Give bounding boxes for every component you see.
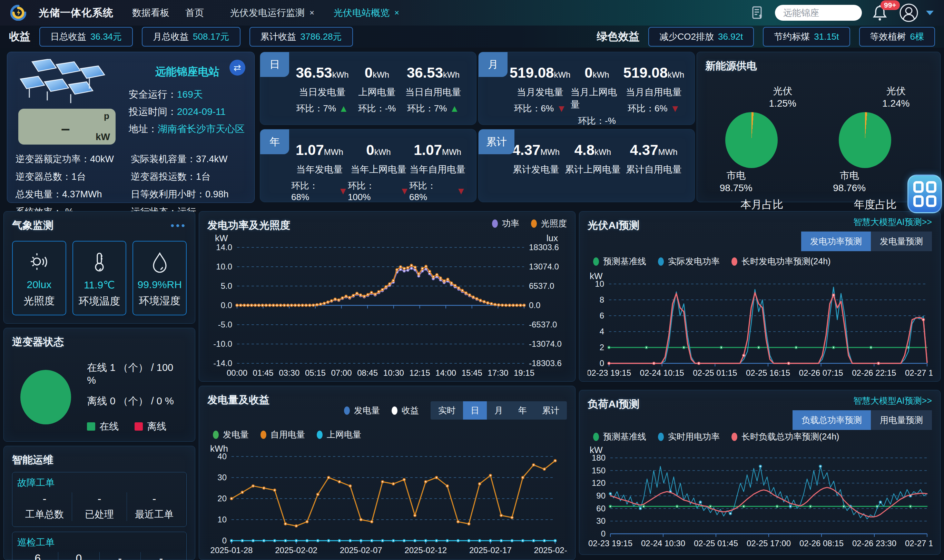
trend-down-icon: ▼ bbox=[456, 186, 466, 197]
station-name: 远能锦座电站 bbox=[129, 65, 246, 79]
station-info-row: 投运时间：2024-09-11 bbox=[129, 105, 246, 118]
metric-unit: kWh bbox=[554, 70, 570, 79]
range-tab-累计[interactable]: 累计 bbox=[535, 401, 567, 420]
legend-label: 预测基准线 bbox=[603, 256, 646, 267]
quick-nav-button[interactable] bbox=[907, 175, 942, 213]
nav-tab-0[interactable]: 光伏发电运行监测× bbox=[230, 6, 314, 19]
tab-close-icon[interactable]: × bbox=[394, 8, 399, 18]
trend-text: 环比：-% bbox=[358, 103, 396, 115]
forecast-button[interactable]: 用电量预测 bbox=[871, 410, 932, 430]
legend-item[interactable]: 上网电量 bbox=[317, 429, 361, 440]
app-logo-icon bbox=[10, 5, 26, 21]
revenue-pill-0[interactable]: 日总收益36.34元 bbox=[39, 27, 133, 46]
station-info-row: 安全运行：169天 bbox=[129, 88, 246, 101]
legend-item[interactable]: 功率 bbox=[492, 218, 519, 229]
metric-label: 上网电量 bbox=[358, 86, 396, 98]
svg-text:180: 180 bbox=[592, 454, 606, 462]
svg-text:02-25 17:00: 02-25 17:00 bbox=[747, 538, 791, 548]
svg-text:-18303.6: -18303.6 bbox=[529, 358, 562, 368]
legend-item[interactable]: 实时用电功率 bbox=[658, 431, 720, 442]
svg-text:18303.6: 18303.6 bbox=[529, 243, 559, 252]
legend-item[interactable]: 预测基准线 bbox=[593, 256, 646, 267]
legend-item[interactable]: 预测基准线 bbox=[593, 431, 646, 442]
card-metric: 4.37MWh累计自用电量 bbox=[626, 142, 682, 175]
pill-value: 31.15t bbox=[814, 31, 839, 42]
energy-card-year: 年1.07MWh当年发电量环比：68%▼0kWh当年上网电量环比：100%▼1.… bbox=[260, 129, 477, 202]
info-label: 地址： bbox=[129, 123, 158, 134]
range-tab-月[interactable]: 月 bbox=[487, 401, 510, 420]
green-benefit-label: 绿色效益 bbox=[597, 29, 640, 44]
metric-unit: kWh bbox=[373, 70, 389, 79]
nav-item-1[interactable]: 首页 bbox=[185, 6, 204, 19]
load-ai-legend: 预测基准线实时用电功率长时负载总功率预测(24h) bbox=[593, 431, 839, 442]
load-ai-buttons: 负载总功率预测用电量预测 bbox=[793, 410, 932, 430]
revenue-pill-2[interactable]: 累计收益3786.28元 bbox=[249, 27, 353, 46]
green-pill-0[interactable]: 减少CO2排放36.92t bbox=[648, 27, 754, 46]
legend-label: 光照度 bbox=[541, 218, 567, 229]
user-menu-caret-icon[interactable] bbox=[926, 11, 934, 15]
legend-label: 长时发电功率预测(24h) bbox=[741, 256, 830, 267]
lcd-value: – bbox=[61, 119, 70, 138]
svg-text:02-27 13:15: 02-27 13:15 bbox=[905, 368, 933, 377]
forecast-button[interactable]: 发电功率预测 bbox=[801, 232, 871, 251]
legend-label: 离线 bbox=[147, 420, 166, 433]
notifications[interactable]: 99+ bbox=[872, 4, 890, 22]
card-metric: 1.07MWh当年自用电量环比：68%▼ bbox=[409, 142, 466, 203]
tab-close-icon[interactable]: × bbox=[309, 8, 314, 18]
nav-menu: 数据看板首页 bbox=[132, 6, 204, 19]
legend-item[interactable]: 自用电量 bbox=[260, 429, 305, 440]
range-tab-年[interactable]: 年 bbox=[510, 401, 535, 420]
legend-item[interactable]: 长时负载总功率预测(24h) bbox=[732, 431, 839, 442]
range-tab-日[interactable]: 日 bbox=[463, 401, 487, 420]
legend-item[interactable]: 光照度 bbox=[531, 218, 567, 229]
svg-text:2: 2 bbox=[600, 343, 604, 352]
forecast-button[interactable]: 负载总功率预测 bbox=[793, 410, 871, 430]
legend-swatch bbox=[87, 422, 95, 431]
switch-station-button[interactable]: ⇄ bbox=[229, 60, 245, 75]
stat-value: 4.37MWh bbox=[62, 189, 102, 199]
legend-item[interactable]: 收益 bbox=[392, 405, 419, 416]
weather-value: 11.9℃ bbox=[84, 279, 115, 291]
avatar[interactable] bbox=[899, 3, 918, 22]
card-metric: 519.08kWh当月自用电量环比：6%▼ bbox=[623, 65, 684, 127]
card-columns: 1.07MWh当年发电量环比：68%▼0kWh当年上网电量环比：100%▼1.0… bbox=[260, 129, 476, 203]
legend-swatch bbox=[135, 422, 143, 431]
weather-tile-sun[interactable]: 20lux光照度 bbox=[12, 241, 66, 315]
offline-count: 离线 0 （个） / 0 % bbox=[87, 394, 183, 408]
weather-menu-icon[interactable]: ••• bbox=[171, 220, 187, 232]
revenue-pills: 日总收益36.34元月总收益508.17元累计收益3786.28元 bbox=[39, 27, 353, 46]
legend-dot bbox=[492, 220, 498, 228]
legend-item[interactable]: 发电量 bbox=[344, 405, 380, 416]
revenue-pill-1[interactable]: 月总收益508.17元 bbox=[142, 27, 240, 46]
trend-text: 环比：7% bbox=[296, 103, 336, 115]
metric-value: 0kWh bbox=[366, 142, 391, 158]
svg-text:02-25 01:45: 02-25 01:45 bbox=[694, 538, 738, 548]
pill-label: 等效植树 bbox=[870, 31, 906, 43]
report-icon[interactable] bbox=[750, 5, 765, 20]
forecast-button[interactable]: 发电量预测 bbox=[871, 232, 932, 251]
nav-tab-1[interactable]: 光伏电站概览× bbox=[334, 6, 399, 19]
svg-text:14:00: 14:00 bbox=[435, 368, 456, 377]
nav-right: 99+ bbox=[750, 3, 934, 22]
pv-ai-chart: 108642002-23 19:1502-24 10:1502-25 01:15… bbox=[587, 280, 933, 378]
green-pill-2[interactable]: 等效植树6棵 bbox=[859, 27, 935, 46]
stat-value: 40kW bbox=[90, 154, 114, 164]
range-tab-实时[interactable]: 实时 bbox=[430, 401, 463, 420]
tab-label: 光伏电站概览 bbox=[334, 6, 389, 19]
nav-item-0[interactable]: 数据看板 bbox=[132, 6, 169, 19]
ai-model-link[interactable]: 智慧大模型AI预测>> bbox=[853, 216, 932, 228]
legend-item[interactable]: 长时发电功率预测(24h) bbox=[732, 256, 830, 267]
search-input[interactable] bbox=[775, 5, 862, 21]
ai-model-link[interactable]: 智慧大模型AI预测>> bbox=[853, 395, 932, 406]
green-pill-1[interactable]: 节约标煤31.15t bbox=[763, 27, 850, 46]
legend-dot bbox=[260, 431, 266, 439]
legend-item[interactable]: 发电量 bbox=[213, 429, 249, 440]
metric-label: 当年发电量 bbox=[296, 163, 343, 175]
legend-item[interactable]: 实际发电功率 bbox=[658, 256, 720, 267]
weather-tile-droplet[interactable]: 99.9%RH环境湿度 bbox=[132, 241, 187, 315]
revenue-label: 收益 bbox=[9, 29, 30, 44]
trend-up-icon: ▲ bbox=[339, 103, 349, 114]
weather-tile-thermometer[interactable]: 11.9℃环境温度 bbox=[72, 241, 127, 315]
svg-text:01:45: 01:45 bbox=[253, 368, 274, 377]
energy-range-tabs: 实时日月年累计 bbox=[430, 401, 567, 420]
